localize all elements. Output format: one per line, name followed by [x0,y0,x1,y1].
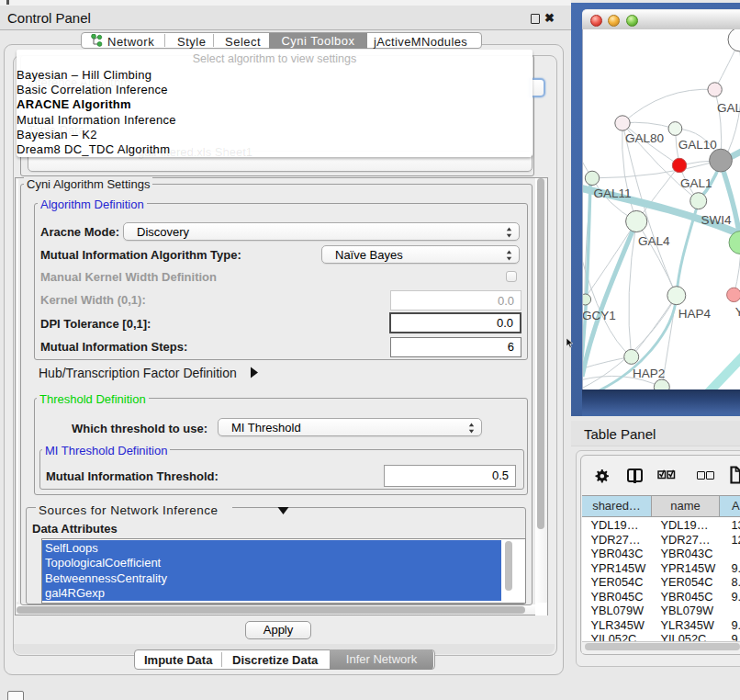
svg-text:GAL11: GAL11 [593,186,631,200]
svg-text:GCY1: GCY1 [583,309,616,322]
svg-text:GAL10: GAL10 [678,138,717,152]
svg-text:GAL7: GAL7 [717,101,740,115]
svg-text:GAL4: GAL4 [638,234,670,248]
svg-text:HAP2: HAP2 [633,367,665,380]
svg-text:SWI4: SWI4 [701,213,732,227]
svg-text:HAP4: HAP4 [678,307,712,321]
svg-text:GAL1: GAL1 [680,176,712,190]
svg-text:GAL80: GAL80 [625,131,664,145]
svg-text:Y: Y [735,305,740,319]
